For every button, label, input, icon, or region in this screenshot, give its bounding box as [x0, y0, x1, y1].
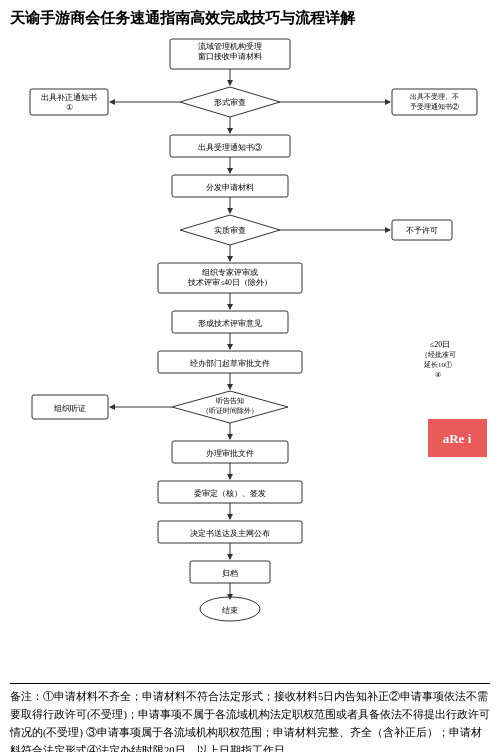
svg-text:组织专家评审或: 组织专家评审或 [202, 268, 258, 277]
page-title: 天谕手游商会任务速通指南高效完成技巧与流程详解 [10, 8, 490, 29]
svg-text:（听证时间除外）: （听证时间除外） [202, 407, 258, 415]
svg-text:办理审批文件: 办理审批文件 [206, 449, 254, 458]
svg-text:延长10①: 延长10① [423, 361, 452, 369]
page-container: 天谕手游商会任务速通指南高效完成技巧与流程详解 流域管理机构受理 窗口接收申请材… [0, 0, 500, 752]
svg-text:aRe i: aRe i [443, 431, 472, 446]
svg-text:分发申请材料: 分发申请材料 [206, 183, 254, 192]
svg-text:出具不受理、不: 出具不受理、不 [410, 93, 459, 101]
svg-text:实质审查: 实质审查 [214, 226, 246, 235]
flowchart-svg: 流域管理机构受理 窗口接收申请材料 形式审查 出具补正通知书 ① 出具不受理、不… [10, 37, 490, 677]
svg-text:结束: 结束 [222, 606, 238, 615]
svg-text:组织听证: 组织听证 [54, 404, 86, 413]
svg-text:（经批准可: （经批准可 [421, 351, 456, 359]
svg-text:技术评审≤40日（除外）: 技术评审≤40日（除外） [187, 278, 272, 287]
svg-text:①: ① [66, 103, 73, 112]
svg-text:④: ④ [435, 371, 441, 379]
svg-text:决定书送达及主网公布: 决定书送达及主网公布 [190, 529, 270, 538]
svg-text:归档: 归档 [222, 569, 238, 578]
svg-text:委审定（核）、签发: 委审定（核）、签发 [194, 489, 266, 498]
svg-text:形式审查: 形式审查 [214, 98, 246, 107]
footnote: 备注：①申请材料不齐全；申请材料不符合法定形式；接收材料5日内告知补正②申请事项… [10, 683, 490, 752]
svg-text:窗口接收申请材料: 窗口接收申请材料 [198, 52, 262, 61]
flowchart-area: 流域管理机构受理 窗口接收申请材料 形式审查 出具补正通知书 ① 出具不受理、不… [10, 37, 490, 677]
svg-text:形成技术评审意见: 形成技术评审意见 [198, 319, 262, 328]
svg-text:经办部门起草审批文件: 经办部门起草审批文件 [190, 359, 270, 368]
svg-text:不予许可: 不予许可 [406, 226, 438, 235]
svg-text:出具补正通知书: 出具补正通知书 [41, 93, 97, 102]
svg-text:流域管理机构受理: 流域管理机构受理 [198, 42, 262, 51]
svg-text:听告告知: 听告告知 [216, 397, 244, 405]
svg-text:≤20日: ≤20日 [430, 340, 450, 349]
svg-text:出具受理通知书③: 出具受理通知书③ [198, 143, 262, 152]
svg-text:予受理通知书②: 予受理通知书② [410, 103, 459, 111]
